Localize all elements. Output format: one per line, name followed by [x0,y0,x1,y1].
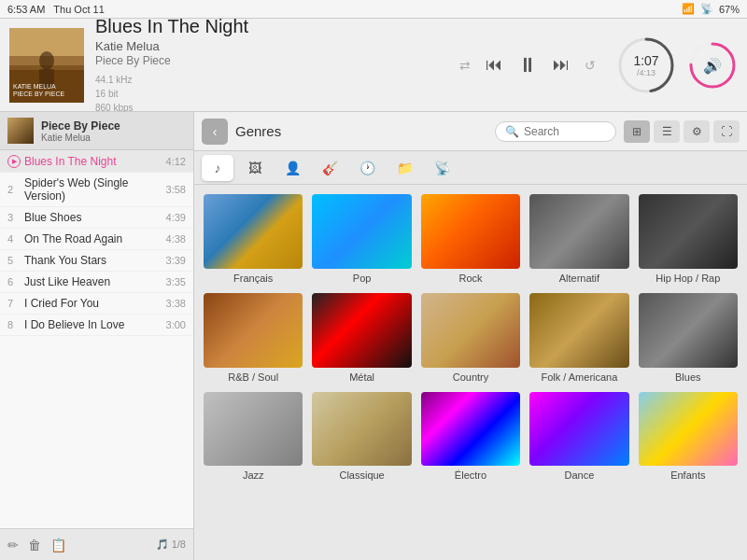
genre-item-classique[interactable]: Classique [312,392,411,482]
genre-item-francais[interactable]: Français [204,194,303,284]
track-item[interactable]: 3Blue Shoes4:39 [0,207,193,229]
prev-button[interactable]: ⏮ [486,55,502,75]
edit-icon[interactable]: ✏ [7,538,19,553]
fullscreen-view-button[interactable]: ⛶ [713,120,740,143]
search-input[interactable] [524,125,606,138]
track-number: 8 [7,319,24,330]
status-time: 6:53 AM Thu Oct 11 [7,4,105,15]
genre-item-blues[interactable]: Blues [639,293,738,383]
genre-item-rock[interactable]: Rock [421,194,520,284]
track-item[interactable]: 5Thank You Stars3:39 [0,250,193,272]
nav-tabs: ♪ 🖼 👤 🎸 🕐 📁 📡 [194,151,747,185]
genre-item-jazz[interactable]: Jazz [204,392,303,482]
breadcrumb-label: Genres [235,123,281,139]
genre-item-hiphop[interactable]: Hip Hop / Rap [639,194,738,284]
nav-tab-music[interactable]: ♪ [202,155,233,181]
genre-label-folk: Folk / Americana [541,371,617,383]
list-view-button[interactable]: ☰ [654,120,680,143]
genre-thumb-rock [421,194,520,269]
current-time: 1:07 [633,53,658,68]
volume-display[interactable]: 🔊 [687,40,738,91]
track-number: ▶ [7,154,24,168]
total-time: /4:13 [633,68,658,77]
player-controls: ⇄ ⏮ ⏸ ⏭ ↺ [459,53,596,77]
genre-thumb-blues [639,293,738,368]
genre-thumb-dance [529,392,628,467]
track-number: 2 [7,184,24,195]
genre-item-metal[interactable]: Métal [312,293,411,383]
track-number: 3 [7,212,24,223]
now-playing-artist: Katie Melua [95,39,448,53]
genre-thumb-hiphop [639,194,738,269]
track-item[interactable]: 6Just Like Heaven3:35 [0,272,193,293]
genre-label-hiphop: Hip Hop / Rap [655,273,720,284]
track-name: Just Like Heaven [24,275,166,288]
nav-tab-photos[interactable]: 🖼 [239,155,271,181]
nav-tab-guitar[interactable]: 🎸 [314,155,345,181]
track-item[interactable]: 7I Cried For You3:38 [0,293,193,315]
genre-item-enfants[interactable]: Enfants [639,392,738,482]
genre-label-classique: Classique [339,469,384,481]
track-duration: 3:58 [166,184,186,195]
track-name: I Cried For You [24,297,166,310]
now-playing-title: Blues In The Night [95,16,448,37]
shuffle-button[interactable]: ⇄ [459,58,471,73]
track-name: On The Road Again [24,232,166,245]
track-item[interactable]: ▶Blues In The Night4:12 [0,150,193,173]
settings-view-button[interactable]: ⚙ [684,120,710,143]
repeat-button[interactable]: ↺ [585,58,596,73]
left-panel: Piece By Piece Katie Melua ▶Blues In The… [0,112,194,560]
track-info: Blues In The Night Katie Melua Piece By … [95,16,448,115]
back-button[interactable]: ‹ [202,119,228,145]
genre-item-dance[interactable]: Dance [529,392,628,482]
now-playing-meta: 44.1 kHz 16 bit 860 kbps [95,73,448,115]
track-name: Blues In The Night [24,155,166,168]
album-name: Piece By Piece [41,119,120,133]
wifi-icon: 📡 [700,3,713,15]
genre-label-country: Country [453,371,489,383]
genre-label-dance: Dance [564,469,594,481]
genre-label-pop: Pop [353,273,372,284]
right-toolbar: ‹ Genres 🔍 ⊞ ☰ ⚙ ⛶ [194,112,747,151]
battery-indicator: 67% [719,4,740,15]
track-duration: 3:35 [166,276,186,287]
genre-item-pop[interactable]: Pop [312,194,411,284]
share-icon[interactable]: 📋 [50,538,66,553]
genre-thumb-classique [312,392,411,467]
genre-item-country[interactable]: Country [421,293,520,383]
current-album-banner[interactable]: Piece By Piece Katie Melua [0,112,193,150]
search-box[interactable]: 🔍 [495,121,616,142]
track-number: 6 [7,276,24,287]
next-button[interactable]: ⏭ [553,55,570,75]
genre-item-electro[interactable]: Électro [421,392,520,482]
delete-icon[interactable]: 🗑 [28,538,41,553]
grid-view-button[interactable]: ⊞ [624,120,650,143]
genre-thumb-country [421,293,520,368]
genre-thumb-enfants [639,392,738,467]
track-number: 7 [7,298,24,309]
svg-point-3 [39,51,54,70]
nav-tab-history[interactable]: 🕐 [351,155,383,181]
time-display[interactable]: 1:07 /4:13 [616,35,676,95]
genre-item-folk[interactable]: Folk / Americana [529,293,628,383]
track-item[interactable]: 4On The Road Again4:38 [0,229,193,250]
nav-tab-artists[interactable]: 👤 [276,155,308,181]
nav-tab-folder[interactable]: 📁 [388,155,420,181]
right-panel: ‹ Genres 🔍 ⊞ ☰ ⚙ ⛶ ♪ 🖼 👤 🎸 🕐 📁 📡 [194,112,747,560]
genre-label-francais: Français [233,273,273,284]
left-bottom-bar: ✏ 🗑 📋 🎵 1/8 [0,528,193,560]
genre-item-rbsoul[interactable]: R&B / Soul [204,293,303,383]
nav-tab-radio[interactable]: 📡 [426,155,458,181]
track-duration: 3:39 [166,255,186,266]
track-name: Spider's Web (Single Version) [24,176,166,203]
track-number: 4 [7,233,24,245]
genre-label-rbsoul: R&B / Soul [228,371,278,383]
genre-item-alternatif[interactable]: Alternatif [529,194,628,284]
track-duration: 3:38 [166,298,186,309]
track-item[interactable]: 8I Do Believe In Love3:00 [0,315,193,336]
track-item[interactable]: 2Spider's Web (Single Version)3:58 [0,173,193,207]
genre-thumb-pop [312,194,411,269]
track-duration: 4:12 [166,156,186,167]
album-art: KATIE MELUAPIECE BY PIECE [9,28,84,103]
pause-button[interactable]: ⏸ [517,53,538,77]
